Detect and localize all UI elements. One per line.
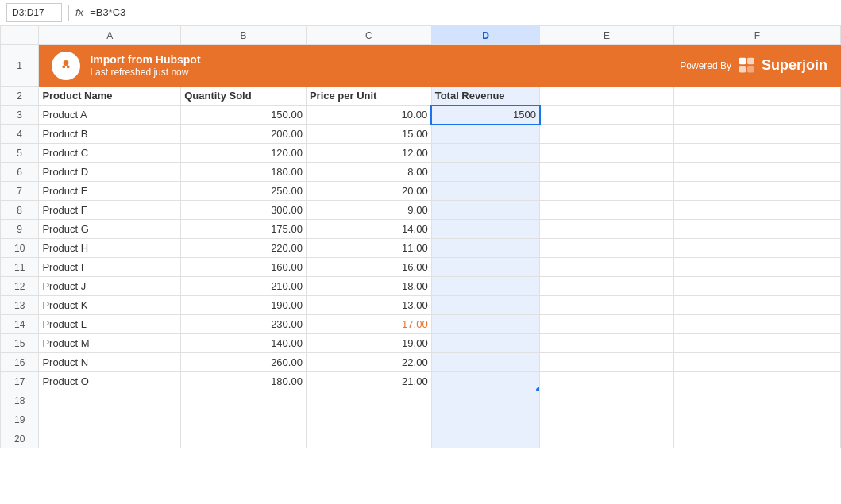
cell-product-5[interactable]: Product C <box>39 144 181 163</box>
cell-product-17[interactable]: Product O <box>39 372 181 391</box>
cell-qty-14[interactable]: 230.00 <box>181 315 307 334</box>
cell-qty-10[interactable]: 220.00 <box>181 239 307 258</box>
cell-c-19[interactable] <box>306 410 431 429</box>
cell-a-19[interactable] <box>39 410 181 429</box>
cell-f-11[interactable] <box>673 258 840 277</box>
cell-revenue-11[interactable] <box>431 258 540 277</box>
header-price-per-unit[interactable]: Price per Unit <box>306 87 431 106</box>
cell-product-4[interactable]: Product B <box>39 125 181 144</box>
cell-reference-box[interactable]: D3:D17 <box>6 3 62 22</box>
cell-e-5[interactable] <box>540 144 673 163</box>
header-quantity-sold[interactable]: Quantity Sold <box>181 87 307 106</box>
cell-d-19[interactable] <box>431 410 540 429</box>
cell-product-9[interactable]: Product G <box>39 220 181 239</box>
cell-revenue-16[interactable] <box>431 353 540 372</box>
cell-product-10[interactable]: Product H <box>39 239 181 258</box>
cell-e-12[interactable] <box>540 277 673 296</box>
cell-b-19[interactable] <box>181 410 307 429</box>
cell-f-17[interactable] <box>673 372 840 391</box>
col-header-b[interactable]: B <box>181 26 307 45</box>
cell-revenue-15[interactable] <box>431 334 540 353</box>
cell-revenue-8[interactable] <box>431 201 540 220</box>
cell-f-13[interactable] <box>673 296 840 315</box>
col-header-e[interactable]: E <box>540 26 673 45</box>
cell-e-20[interactable] <box>540 429 673 448</box>
cell-price-8[interactable]: 9.00 <box>306 201 431 220</box>
cell-price-5[interactable]: 12.00 <box>306 144 431 163</box>
cell-f-20[interactable] <box>673 429 840 448</box>
cell-price-13[interactable]: 13.00 <box>306 296 431 315</box>
cell-revenue-7[interactable] <box>431 182 540 201</box>
cell-f-8[interactable] <box>673 201 840 220</box>
cell-a-20[interactable] <box>39 429 181 448</box>
cell-f-4[interactable] <box>673 125 840 144</box>
cell-qty-5[interactable]: 120.00 <box>181 144 307 163</box>
cell-revenue-17[interactable] <box>431 372 540 391</box>
cell-b-20[interactable] <box>181 429 307 448</box>
cell-e-9[interactable] <box>540 220 673 239</box>
cell-f-3[interactable] <box>673 106 840 125</box>
cell-e-6[interactable] <box>540 163 673 182</box>
header-total-revenue[interactable]: Total Revenue <box>431 87 540 106</box>
cell-qty-17[interactable]: 180.00 <box>181 372 307 391</box>
cell-qty-15[interactable]: 140.00 <box>181 334 307 353</box>
cell-price-9[interactable]: 14.00 <box>306 220 431 239</box>
cell-e-11[interactable] <box>540 258 673 277</box>
cell-revenue-12[interactable] <box>431 277 540 296</box>
cell-price-14[interactable]: 17.00 <box>306 315 431 334</box>
cell-f-12[interactable] <box>673 277 840 296</box>
cell-f-19[interactable] <box>673 410 840 429</box>
cell-e-17[interactable] <box>540 372 673 391</box>
formula-input[interactable]: =B3*C3 <box>90 6 835 18</box>
cell-revenue-6[interactable] <box>431 163 540 182</box>
cell-revenue-10[interactable] <box>431 239 540 258</box>
col-header-f[interactable]: F <box>673 26 840 45</box>
cell-revenue-3[interactable]: 1500 <box>431 106 540 125</box>
cell-qty-3[interactable]: 150.00 <box>181 106 307 125</box>
cell-e-19[interactable] <box>540 410 673 429</box>
cell-d-20[interactable] <box>431 429 540 448</box>
cell-qty-16[interactable]: 260.00 <box>181 353 307 372</box>
cell-c-18[interactable] <box>306 391 431 410</box>
cell-price-6[interactable]: 8.00 <box>306 163 431 182</box>
cell-a-18[interactable] <box>39 391 181 410</box>
cell-e-7[interactable] <box>540 182 673 201</box>
cell-product-15[interactable]: Product M <box>39 334 181 353</box>
cell-price-7[interactable]: 20.00 <box>306 182 431 201</box>
cell-price-4[interactable]: 15.00 <box>306 125 431 144</box>
cell-product-13[interactable]: Product K <box>39 296 181 315</box>
cell-qty-6[interactable]: 180.00 <box>181 163 307 182</box>
cell-f-9[interactable] <box>673 220 840 239</box>
cell-revenue-14[interactable] <box>431 315 540 334</box>
cell-f-16[interactable] <box>673 353 840 372</box>
cell-product-8[interactable]: Product F <box>39 201 181 220</box>
cell-qty-9[interactable]: 175.00 <box>181 220 307 239</box>
cell-e-13[interactable] <box>540 296 673 315</box>
cell-product-16[interactable]: Product N <box>39 353 181 372</box>
cell-product-6[interactable]: Product D <box>39 163 181 182</box>
cell-product-7[interactable]: Product E <box>39 182 181 201</box>
cell-f-10[interactable] <box>673 239 840 258</box>
cell-qty-13[interactable]: 190.00 <box>181 296 307 315</box>
cell-e-15[interactable] <box>540 334 673 353</box>
col-header-d[interactable]: D <box>431 26 540 45</box>
cell-product-14[interactable]: Product L <box>39 315 181 334</box>
cell-price-17[interactable]: 21.00 <box>306 372 431 391</box>
cell-price-16[interactable]: 22.00 <box>306 353 431 372</box>
cell-product-11[interactable]: Product I <box>39 258 181 277</box>
cell-price-3[interactable]: 10.00 <box>306 106 431 125</box>
cell-f-7[interactable] <box>673 182 840 201</box>
cell-price-15[interactable]: 19.00 <box>306 334 431 353</box>
cell-revenue-9[interactable] <box>431 220 540 239</box>
cell-qty-11[interactable]: 160.00 <box>181 258 307 277</box>
cell-d-18[interactable] <box>431 391 540 410</box>
col-header-c[interactable]: C <box>306 26 431 45</box>
cell-f-5[interactable] <box>673 144 840 163</box>
cell-revenue-13[interactable] <box>431 296 540 315</box>
header-product-name[interactable]: Product Name <box>39 87 181 106</box>
cell-qty-7[interactable]: 250.00 <box>181 182 307 201</box>
cell-c-20[interactable] <box>306 429 431 448</box>
cell-qty-8[interactable]: 300.00 <box>181 201 307 220</box>
cell-price-12[interactable]: 18.00 <box>306 277 431 296</box>
cell-qty-12[interactable]: 210.00 <box>181 277 307 296</box>
